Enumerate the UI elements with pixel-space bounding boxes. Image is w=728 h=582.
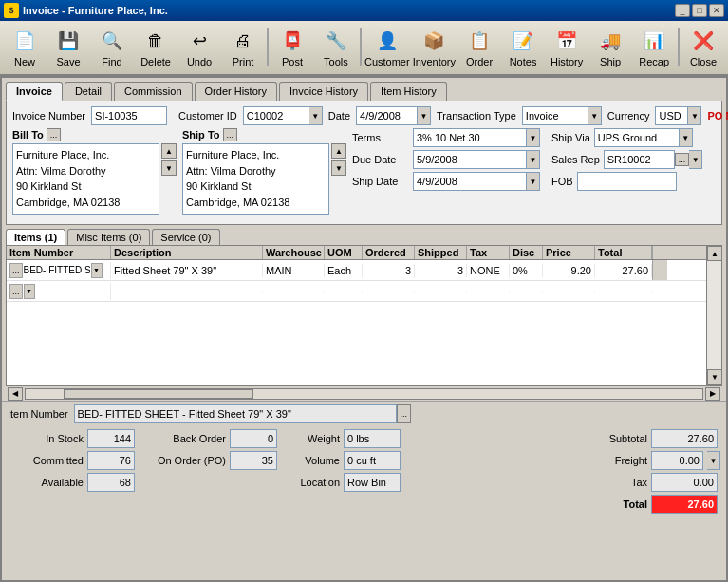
window-close-btn[interactable]: ✕ <box>709 4 724 17</box>
row-uom: Each <box>325 264 363 277</box>
transaction-type-dropdown-btn[interactable]: ▼ <box>588 106 602 125</box>
customer-icon: 👤 <box>374 28 401 54</box>
toolbar: 📄 New 💾 Save 🔍 Find 🗑 Delete ↩ Undo 🖨 Pr… <box>0 21 728 76</box>
customer-id-dropdown-btn[interactable]: ▼ <box>309 106 323 125</box>
notes-icon: 📝 <box>510 28 536 54</box>
fob-input[interactable] <box>577 172 677 191</box>
bill-to-address: Furniture Place, Inc. Attn: Vilma Doroth… <box>12 143 159 215</box>
available-value[interactable] <box>87 473 135 492</box>
tab-items[interactable]: Items (1) <box>6 229 65 245</box>
committed-value[interactable] <box>87 451 135 470</box>
ship-date-input[interactable] <box>413 172 527 191</box>
volume-value[interactable] <box>344 451 401 470</box>
ship-date-dropdown-btn[interactable]: ▼ <box>527 172 540 191</box>
date-label: Date <box>328 110 350 122</box>
sales-rep-input[interactable] <box>604 150 675 169</box>
freight-dropdown-btn[interactable]: ▼ <box>707 451 720 470</box>
ship-via-label: Ship Via <box>551 132 590 143</box>
order-button[interactable]: 📋 Order <box>458 24 500 71</box>
print-button[interactable]: 🖨 Print <box>222 24 264 71</box>
notes-button[interactable]: 📝 Notes <box>502 24 544 71</box>
row-warehouse: MAIN <box>263 264 325 277</box>
save-button[interactable]: 💾 Save <box>47 24 89 71</box>
item-number-ellipsis-btn[interactable]: ... <box>9 263 23 278</box>
tools-button[interactable]: 🔧 Tools <box>315 24 357 71</box>
terms-section: Terms ▼ Ship Via ▼ Due Date ▼ <box>352 128 716 215</box>
items-grid-wrapper: Item Number Description Warehouse UOM Or… <box>6 245 722 385</box>
tab-commission[interactable]: Commission <box>114 82 193 101</box>
volume-label: Volume <box>292 455 340 466</box>
ship-to-scroll-up[interactable]: ▲ <box>331 143 346 159</box>
minimize-btn[interactable]: _ <box>675 4 690 17</box>
tab-item-history[interactable]: Item History <box>370 82 447 101</box>
tab-misc-items[interactable]: Misc Items (0) <box>67 229 150 245</box>
ship-button[interactable]: 🚚 Ship <box>589 24 631 71</box>
transaction-type-input[interactable] <box>522 106 588 125</box>
tab-order-history[interactable]: Order History <box>195 82 277 101</box>
subtotal-label: Subtotal <box>586 433 647 444</box>
ship-to-scroll-down[interactable]: ▼ <box>331 160 346 176</box>
date-dropdown-btn[interactable]: ▼ <box>418 106 431 125</box>
print-label: Print <box>233 56 254 67</box>
delete-button[interactable]: 🗑 Delete <box>135 24 177 71</box>
sales-rep-ellipsis-btn[interactable]: ... <box>675 153 690 166</box>
post-button[interactable]: 📮 Post <box>271 24 313 71</box>
sales-rep-dropdown-btn[interactable]: ▼ <box>689 150 702 169</box>
in-stock-value[interactable] <box>87 429 135 448</box>
item-number-value-input[interactable] <box>74 404 397 423</box>
due-date-input[interactable] <box>413 150 527 169</box>
grid-scroll-down-btn[interactable]: ▼ <box>707 369 722 385</box>
customer-button[interactable]: 👤 Customer <box>364 24 410 71</box>
undo-button[interactable]: ↩ Undo <box>178 24 220 71</box>
currency-dropdown-btn[interactable]: ▼ <box>688 106 701 125</box>
horiz-scroll-left-btn[interactable]: ◀ <box>8 387 23 401</box>
new-item-dropdown-btn[interactable]: ▼ <box>24 284 35 299</box>
close-label: Close <box>690 56 717 67</box>
col-item-number: Item Number <box>7 246 111 259</box>
recap-button[interactable]: 📊 Recap <box>633 24 675 71</box>
location-value[interactable] <box>344 473 401 492</box>
find-button[interactable]: 🔍 Find <box>91 24 133 71</box>
weight-value[interactable] <box>344 429 401 448</box>
table-row: ... BED- FITTED SHEE ▼ Fitted Sheet 79" … <box>7 260 721 281</box>
history-button[interactable]: 📅 History <box>546 24 588 71</box>
ship-to-label: Ship To <box>182 129 220 141</box>
invoice-number-input[interactable] <box>91 106 167 125</box>
back-order-value[interactable] <box>230 429 277 448</box>
date-input[interactable] <box>356 106 418 125</box>
tab-invoice-history[interactable]: Invoice History <box>279 82 368 101</box>
new-item-ellipsis-btn[interactable]: ... <box>9 284 23 299</box>
due-date-dropdown-btn[interactable]: ▼ <box>527 150 540 169</box>
inventory-button[interactable]: 📦 Inventory <box>412 24 457 71</box>
tab-invoice[interactable]: Invoice <box>6 82 63 101</box>
item-number-value-ellipsis-btn[interactable]: ... <box>397 404 412 423</box>
col-description: Description <box>111 246 263 259</box>
on-order-value[interactable] <box>230 451 277 470</box>
col-shipped: Shipped <box>415 246 467 259</box>
horiz-scroll-thumb[interactable] <box>64 389 253 399</box>
new-button[interactable]: 📄 New <box>4 24 46 71</box>
tab-detail[interactable]: Detail <box>65 82 112 101</box>
ship-icon: 🚚 <box>597 28 624 54</box>
bill-to-ellipsis-btn[interactable]: ... <box>47 128 62 141</box>
ship-to-ellipsis-btn[interactable]: ... <box>223 128 238 141</box>
grid-scroll-up-btn[interactable]: ▲ <box>707 246 722 261</box>
terms-dropdown-btn[interactable]: ▼ <box>527 128 540 147</box>
new-label: New <box>14 56 35 67</box>
close-button[interactable]: ❌ Close <box>682 24 724 71</box>
horiz-scroll-right-btn[interactable]: ▶ <box>705 387 720 401</box>
ship-via-input[interactable] <box>594 128 680 147</box>
terms-input[interactable] <box>413 128 527 147</box>
horiz-scroll-track <box>25 388 703 400</box>
customer-id-input[interactable] <box>243 106 309 125</box>
freight-value[interactable] <box>651 451 703 470</box>
bottom-middle-info: Back Order On Order (PO) <box>150 429 277 514</box>
bill-to-scroll-down[interactable]: ▼ <box>161 160 177 176</box>
item-number-dropdown-btn[interactable]: ▼ <box>91 263 103 278</box>
bottom-wvl-info: Weight Volume Location <box>292 429 401 514</box>
maximize-btn[interactable]: □ <box>692 4 707 17</box>
currency-input[interactable] <box>655 106 688 125</box>
tab-service[interactable]: Service (0) <box>152 229 219 245</box>
bill-to-scroll-up[interactable]: ▲ <box>161 143 177 159</box>
ship-via-dropdown-btn[interactable]: ▼ <box>680 128 693 147</box>
